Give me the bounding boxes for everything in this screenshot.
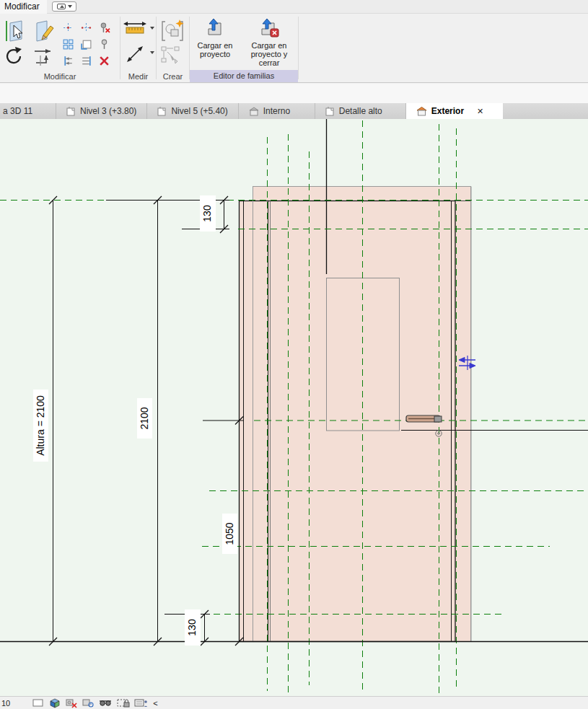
view-control-icons [32, 697, 149, 708]
modify-select-button[interactable] [4, 19, 28, 43]
elevation-view-icon [416, 107, 427, 116]
align-lines-icon[interactable] [59, 53, 76, 69]
modify-select-icon [4, 19, 28, 43]
panel-separator [298, 17, 299, 79]
create-group-icon [159, 18, 185, 44]
create-group-button[interactable] [159, 18, 185, 44]
view-tab-label: Interno [263, 106, 290, 116]
group-tools-button[interactable] [160, 45, 182, 66]
view-scale[interactable]: 10 [0, 699, 13, 708]
view-tab-label: Exterior [431, 106, 464, 116]
dim-bottom-offset[interactable]: 130 [186, 619, 198, 636]
modify-tools-grid [59, 19, 113, 69]
tab-exterior[interactable]: Exterior ✕ [406, 103, 503, 119]
panel-crear: Crear [157, 14, 189, 82]
tab-vista-3d[interactable]: a 3D 11 [0, 103, 56, 119]
reveal-hidden-icon[interactable] [134, 697, 149, 708]
ribbon-gap [0, 84, 588, 103]
chevron-down-icon [68, 5, 72, 8]
ribbon-panel-icon [57, 4, 66, 9]
load-into-project-close-label: Cargar en proyecto y cerrar [242, 41, 297, 67]
load-into-project-close-button[interactable]: Cargar en proyecto y cerrar [242, 17, 297, 67]
view-tab-label: a 3D 11 [3, 106, 32, 116]
panel-label-crear[interactable]: Crear [157, 72, 189, 81]
array-icon[interactable] [59, 36, 76, 52]
visual-style-icon[interactable] [48, 697, 61, 708]
revit-window: Modificar [0, 0, 588, 709]
delete-icon[interactable] [95, 53, 113, 69]
panel-label-editor-familias[interactable]: Editor de familias [190, 70, 298, 82]
ribbon-tab-modificar[interactable]: Modificar [0, 0, 47, 14]
tab-nivel-5[interactable]: Nivel 5 (+5.40) [147, 103, 238, 119]
panel-medir: Medir [120, 14, 156, 82]
view-tab-label: Nivel 5 (+5.40) [171, 106, 227, 116]
shadows-icon[interactable] [82, 697, 95, 708]
unpin-icon[interactable] [95, 19, 113, 35]
panel-editor-familias: Cargar en proyecto Cargar en proyecto y … [190, 14, 298, 82]
expand-chevron[interactable]: < [153, 699, 157, 708]
match-lines-icon[interactable] [77, 53, 95, 69]
elevation-view-icon [249, 107, 259, 116]
align-icon [32, 45, 55, 67]
plan-view-icon [157, 107, 167, 116]
modify-edit-icon [32, 19, 57, 43]
plan-view-icon [66, 107, 76, 116]
move-icon[interactable] [59, 19, 76, 35]
detail-level-icon[interactable] [32, 697, 45, 708]
align-button[interactable] [32, 45, 55, 67]
view-control-bar: 10 < [0, 696, 588, 709]
measure-angle-caret[interactable] [150, 51, 154, 54]
ribbon-tab-row: Modificar [0, 0, 588, 14]
scale-icon[interactable] [77, 36, 95, 52]
measure-dropdown-caret[interactable] [150, 27, 154, 30]
tab-nivel-3[interactable]: Nivel 3 (+3.80) [56, 103, 147, 119]
panel-label-modificar[interactable]: Modificar [0, 72, 120, 81]
ribbon-display-toggle[interactable] [52, 1, 76, 12]
dim-top-offset[interactable]: 130 [201, 205, 213, 222]
measure-icon [123, 19, 149, 38]
measure-angle-icon [125, 44, 145, 64]
rotate-button[interactable] [3, 45, 25, 67]
load-into-project-label: Cargar en proyecto [193, 41, 237, 58]
copy-icon[interactable] [77, 19, 95, 35]
close-icon[interactable]: ✕ [477, 107, 483, 116]
drawing-canvas[interactable]: 130 Altura = 2100 2100 1050 130 [0, 119, 588, 696]
panel-label-medir[interactable]: Medir [120, 72, 156, 81]
measure-angle-button[interactable] [125, 44, 145, 64]
panel-modificar: Modificar [0, 14, 120, 82]
load-into-project-button[interactable]: Cargar en proyecto [193, 17, 237, 58]
measure-button[interactable] [123, 19, 149, 38]
pin-icon[interactable] [95, 36, 113, 52]
group-tools-icon [160, 45, 182, 66]
ribbon: Modificar Medir [0, 14, 588, 83]
view-tab-label: Detalle alto [339, 106, 382, 116]
dim-altura-label[interactable]: Altura = 2100 [35, 395, 46, 456]
view-tab-bar: a 3D 11 Nivel 3 (+3.80) Nivel 5 (+5.40) … [0, 103, 588, 119]
crop-view-lock-icon[interactable] [116, 697, 131, 708]
dim-handle-height[interactable]: 1050 [224, 522, 235, 545]
view-tab-label: Nivel 3 (+3.80) [80, 106, 136, 116]
tab-detalle-alto[interactable]: Detalle alto [315, 103, 406, 119]
tab-interno[interactable]: Interno [239, 103, 315, 119]
dim-total-height[interactable]: 2100 [139, 407, 150, 429]
modify-edit-button[interactable] [32, 19, 57, 43]
door-elevation-view: 130 Altura = 2100 2100 1050 130 [0, 119, 588, 696]
load-into-project-icon [204, 17, 226, 39]
plan-view-icon [325, 107, 335, 116]
rotate-icon [3, 45, 25, 67]
load-into-project-close-icon [258, 17, 281, 39]
hide-isolate-glasses-icon[interactable] [98, 697, 113, 708]
sun-path-off-icon[interactable] [65, 697, 78, 708]
